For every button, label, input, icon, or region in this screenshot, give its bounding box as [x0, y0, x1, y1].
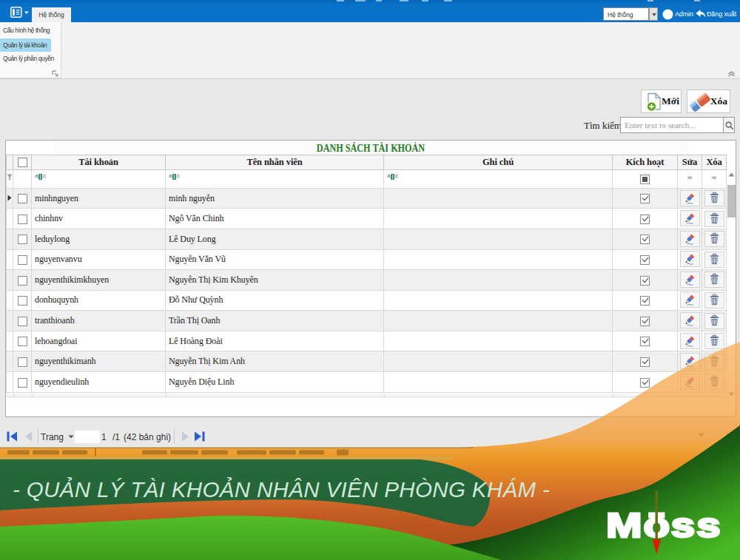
- svg-text:- QUẢN LÝ TÀI KHOẢN NHÂN VIÊN: - QUẢN LÝ TÀI KHOẢN NHÂN VIÊN PHÒNG KHÁM…: [13, 477, 550, 502]
- svg-text:Möss: Möss: [606, 505, 722, 544]
